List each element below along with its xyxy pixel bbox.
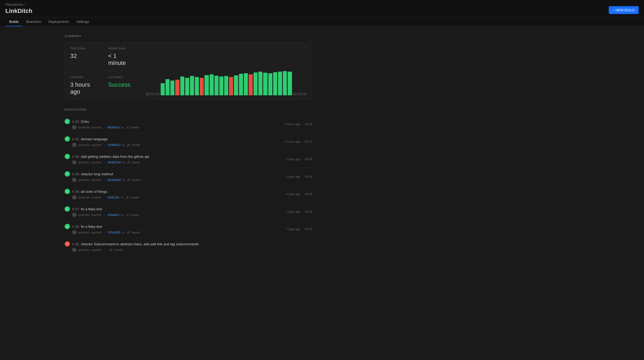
nav-tab-branches[interactable]: Branches bbox=[22, 18, 45, 26]
stat-label-median: Median Build bbox=[108, 47, 135, 50]
chart-bar-32 bbox=[302, 93, 307, 95]
to-label-0: to bbox=[121, 126, 124, 129]
breadcrumb-chevron: › bbox=[24, 3, 26, 6]
execution-title-row-5: ✓ # 27. fix a flaky test bbox=[65, 206, 139, 212]
execution-item-0[interactable]: ✓ # 32. Doku qvalentin pushed → b609fac5… bbox=[65, 116, 312, 133]
stat-value-median: < 1 minute bbox=[108, 53, 135, 67]
duration-3: 00:38 bbox=[305, 175, 312, 178]
execution-meta-4: qvalentin pushed → 3ef31c0c to ⎇ master bbox=[65, 195, 139, 200]
commit-6: 743c6330 bbox=[107, 231, 120, 234]
chart-bar-6 bbox=[175, 80, 179, 95]
execution-title-row-4: ✓ # 28. all sorts of things bbox=[65, 189, 139, 194]
execution-main-4: ✓ # 28. all sorts of things qvalentin pu… bbox=[65, 189, 312, 200]
duration-6: 00:36 bbox=[305, 228, 312, 231]
nav-tab-builds[interactable]: Builds bbox=[5, 18, 22, 26]
branch-icon-1: ⎇ bbox=[126, 143, 130, 147]
time-ago-1: 5 hours ago bbox=[285, 140, 300, 143]
chart-bar-18 bbox=[234, 75, 238, 95]
execution-left-4: ✓ # 28. all sorts of things qvalentin pu… bbox=[65, 189, 139, 200]
chart-bar-3 bbox=[161, 83, 165, 95]
action-0: pushed bbox=[92, 126, 101, 129]
status-icon-5: ✓ bbox=[65, 206, 70, 212]
execution-title-row-6: ✓ # 26. fix a flaky test bbox=[65, 224, 140, 229]
chart-bar-16 bbox=[224, 76, 228, 95]
execution-item-3[interactable]: ✓ # 29. refactor long method qvalentin p… bbox=[65, 168, 312, 186]
chart-bar-11 bbox=[200, 78, 204, 95]
user-3: qvalentin bbox=[78, 178, 90, 181]
branch-1: master bbox=[131, 143, 140, 146]
executions-title: EXECUTIONS bbox=[65, 108, 312, 111]
execution-right-6: 7 days ago 00:36 bbox=[286, 228, 312, 231]
chart-bar-10 bbox=[195, 77, 199, 95]
chart-bar-7 bbox=[180, 76, 184, 95]
branch-2: master bbox=[131, 161, 140, 164]
breadcrumb: Repositories › bbox=[5, 3, 32, 6]
stat-total-builds: Total Builds 32 bbox=[65, 42, 103, 71]
chart-bar-20 bbox=[244, 73, 248, 95]
branch-icon-5: ⎇ bbox=[125, 213, 129, 217]
chart-bar-1 bbox=[151, 93, 155, 95]
chart-bar-22 bbox=[254, 72, 258, 95]
nav-tab-settings[interactable]: Settings bbox=[73, 18, 93, 26]
branch-icon-4: ⎇ bbox=[125, 196, 129, 199]
action-2: pushed bbox=[92, 161, 101, 164]
execution-item-2[interactable]: ✓ # 30. add getting addition data from t… bbox=[65, 151, 312, 168]
stat-last-status: Last Status Success bbox=[103, 71, 140, 100]
branch-icon-6: ⎇ bbox=[126, 231, 130, 234]
action-3: pushed bbox=[92, 178, 101, 181]
execution-right-2: 5 days ago 00:38 bbox=[286, 158, 312, 161]
branch-4: master bbox=[130, 196, 139, 199]
execution-name-5: # 27. fix a flaky test bbox=[72, 207, 102, 211]
breadcrumb-repos[interactable]: Repositories bbox=[5, 3, 23, 6]
arrow-icon-3: → bbox=[103, 178, 106, 181]
execution-name-6: # 26. fix a flaky test bbox=[72, 225, 102, 229]
user-5: qvalentin bbox=[78, 213, 90, 216]
branch-icon-7: ⎇ bbox=[109, 248, 112, 252]
chart-bar-30 bbox=[293, 93, 297, 95]
user-1: qvalentin bbox=[78, 143, 90, 146]
chart-bar-14 bbox=[214, 76, 219, 95]
execution-name-3: # 29. refactor long method bbox=[72, 172, 113, 176]
arrow-icon-0: → bbox=[103, 126, 106, 129]
execution-item-7[interactable]: ✕ # 25. refactor Subcommand to abstract … bbox=[65, 238, 312, 255]
commit-0: b609fac5 bbox=[107, 126, 119, 129]
execution-main-3: ✓ # 29. refactor long method qvalentin p… bbox=[65, 171, 312, 182]
avatar-1 bbox=[72, 143, 76, 147]
status-icon-0: ✓ bbox=[65, 119, 70, 124]
execution-meta-5: qvalentin pushed → d1fdad7c to ⎇ master bbox=[65, 213, 139, 217]
chart-bar-21 bbox=[249, 74, 253, 95]
execution-name-1: # 31. domain language bbox=[72, 137, 108, 141]
avatar-0 bbox=[72, 125, 76, 130]
duration-5: 00:35 bbox=[305, 210, 312, 213]
commit-2: 46382334 bbox=[107, 161, 121, 164]
execution-item-4[interactable]: ✓ # 28. all sorts of things qvalentin pu… bbox=[65, 186, 312, 203]
nav-tab-deployments[interactable]: Deployments bbox=[45, 18, 73, 26]
execution-left-1: ✓ # 31. domain language qvalentin pushed… bbox=[65, 136, 140, 147]
execution-main-0: ✓ # 32. Doku qvalentin pushed → b609fac5… bbox=[65, 119, 312, 130]
to-label-2: to bbox=[122, 161, 125, 164]
execution-item-6[interactable]: ✓ # 26. fix a flaky test qvalentin pushe… bbox=[65, 221, 312, 238]
execution-meta-3: qvalentin pushed → a03206a8 to ⎇ master bbox=[65, 178, 140, 182]
execution-left-2: ✓ # 30. add getting addition data from t… bbox=[65, 154, 149, 165]
execution-item-1[interactable]: ✓ # 31. domain language qvalentin pushed… bbox=[65, 133, 312, 151]
chart-bar-31 bbox=[298, 93, 302, 95]
duration-4: 00:38 bbox=[305, 193, 312, 196]
time-ago-6: 7 days ago bbox=[286, 228, 301, 231]
summary-title: SUMMARY bbox=[65, 34, 312, 38]
stat-value-last-build: 3 hours ago bbox=[70, 81, 97, 95]
new-build-button[interactable]: + NEW BUILD bbox=[609, 6, 639, 14]
execution-left-0: ✓ # 32. Doku qvalentin pushed → b609fac5… bbox=[65, 119, 139, 130]
execution-main-2: ✓ # 30. add getting addition data from t… bbox=[65, 154, 312, 165]
chart-bar-2 bbox=[156, 93, 160, 95]
build-num-0: # 32. bbox=[72, 120, 80, 124]
execution-item-5[interactable]: ✓ # 27. fix a flaky test qvalentin pushe… bbox=[65, 203, 312, 221]
to-label-5: to bbox=[121, 213, 124, 216]
avatar-7 bbox=[72, 248, 76, 252]
commit-5: d1fdad7c bbox=[107, 213, 119, 216]
chart-bar-13 bbox=[210, 74, 214, 95]
execution-main-1: ✓ # 31. domain language qvalentin pushed… bbox=[65, 136, 312, 147]
status-icon-7: ✕ bbox=[65, 241, 70, 247]
execution-meta-6: qvalentin pushed → 743c6330 to ⎇ master bbox=[65, 230, 140, 235]
branch-0: master bbox=[131, 126, 140, 129]
stat-median-build: Median Build < 1 minute bbox=[103, 42, 140, 71]
